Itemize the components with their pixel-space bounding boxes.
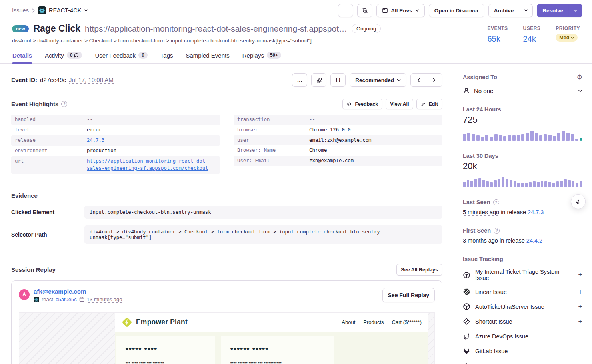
priority-stat: PRIORITY Med — [556, 26, 580, 44]
event-more-button[interactable]: … — [292, 73, 307, 87]
next-event-button[interactable] — [426, 73, 442, 87]
tab-sampled-events[interactable]: Sampled Events — [186, 48, 230, 63]
tracking-label[interactable]: Azure DevOps Issue — [475, 333, 528, 340]
highlight-row: levelerror — [11, 125, 220, 135]
chevron-down-icon — [578, 90, 582, 92]
activity-count-badge: 0 — [67, 52, 82, 59]
tracking-item: GitLab Issue — [463, 347, 582, 355]
sparkline-bar — [490, 182, 493, 187]
sparkline-bar — [552, 183, 555, 187]
event-id-row: Event ID: d27ce49c Jul 17, 10:08 AM — [11, 76, 114, 84]
sparkline-bar — [575, 139, 578, 141]
sparkline-bar — [535, 133, 538, 141]
megaphone-icon — [575, 199, 582, 205]
add-issue-link-button[interactable]: + — [578, 303, 582, 310]
sparkline-bar — [517, 135, 520, 141]
help-icon[interactable]: ? — [494, 228, 500, 234]
replay-project-name: react — [42, 296, 53, 302]
release-link[interactable]: 24.7.3 — [87, 137, 104, 145]
tab-details[interactable]: Details — [12, 48, 32, 63]
replay-id-link[interactable]: c5af0e5c — [56, 296, 77, 302]
evidence-row: Clicked Element input.complete-checkout-… — [11, 206, 442, 219]
archive-dropdown-button[interactable] — [519, 4, 533, 17]
sparkline-bar — [544, 181, 547, 187]
event-sort-recommended-button[interactable]: Recommended — [350, 73, 406, 87]
sparkline-bar — [539, 135, 542, 141]
replay-viewport[interactable]: Empower Plant About Products Cart ($****… — [19, 312, 435, 364]
tracking-label[interactable]: My Internal Ticket Triage System Issue — [475, 269, 573, 281]
events-count[interactable]: 65k — [487, 34, 508, 44]
highlights-table-right: transaction-- browserChrome 126.0.0 user… — [234, 115, 442, 174]
priority-value: Med — [559, 35, 569, 40]
see-full-replay-button[interactable]: See Full Replay — [382, 288, 435, 302]
issue-tracking-title: Issue Tracking — [463, 256, 582, 262]
previous-event-button[interactable] — [410, 73, 426, 87]
chevron-down-icon — [571, 37, 574, 39]
tracking-label[interactable]: Jira Issue — [474, 363, 499, 364]
help-icon[interactable]: ? — [61, 101, 67, 107]
tab-user-feedback[interactable]: User Feedback 0 — [94, 48, 148, 63]
help-icon[interactable]: ? — [493, 199, 499, 205]
gear-icon[interactable]: ⚙ — [577, 74, 582, 80]
url-link[interactable]: https://application-monitoring-react-dot… — [87, 158, 216, 172]
see-all-replays-button[interactable]: See All Replays — [396, 264, 442, 276]
breadcrumb-issues-link[interactable]: Issues — [12, 7, 29, 14]
sparkline-bar — [494, 180, 497, 187]
add-issue-link-button[interactable]: + — [578, 318, 582, 325]
tab-replays[interactable]: Replays 50+ — [242, 48, 282, 63]
tab-tags[interactable]: Tags — [160, 48, 174, 63]
sparkline-bar — [537, 182, 540, 187]
tracking-label[interactable]: AutoTicketJiraServer Issue — [475, 304, 544, 310]
tab-activity[interactable]: Activity 0 — [44, 48, 82, 63]
view-all-button[interactable]: View All — [386, 99, 413, 109]
braces-icon: {} — [335, 77, 341, 83]
add-issue-link-button[interactable]: + — [578, 271, 582, 278]
sparkline-bar — [566, 133, 569, 141]
evidence-row: Selector Path div#root > div#body-contai… — [11, 225, 442, 244]
event-attachments-button[interactable] — [311, 73, 326, 87]
sparkline-bar — [521, 134, 524, 141]
event-highlights-title: Event Highlights — [11, 101, 58, 107]
sparkline-bar — [510, 180, 512, 187]
first-seen-time[interactable]: 3 months ago — [463, 237, 498, 244]
replay-time-ago[interactable]: 13 minutes ago — [87, 296, 122, 303]
events-sparkline-30d — [463, 175, 582, 187]
project-name: REACT-4CK — [49, 7, 81, 14]
react-project-icon — [34, 297, 39, 302]
sparkline-bar — [568, 180, 571, 187]
events-sparkline-24h — [463, 129, 582, 141]
priority-selector[interactable]: Med — [556, 34, 578, 42]
users-stat: USERS 24k — [523, 26, 540, 44]
project-selector[interactable]: REACT-4CK — [38, 6, 88, 14]
last-seen-time[interactable]: 5 minutes ago — [463, 209, 499, 216]
sparkline-bar — [525, 183, 528, 187]
tracking-label[interactable]: Shortcut Issue — [475, 318, 512, 325]
assignee-selector[interactable]: No one — [463, 87, 582, 94]
jira-icon — [463, 362, 470, 364]
ticket-wheel-icon — [463, 303, 470, 310]
highlight-row: environmentproduction — [11, 146, 220, 156]
event-json-button[interactable]: {} — [330, 73, 346, 87]
first-seen-release-link[interactable]: 24.4.2 — [526, 237, 542, 244]
last-seen-release-link[interactable]: 24.7.3 — [528, 209, 544, 215]
tracking-label[interactable]: Linear Issue — [475, 289, 507, 295]
feedback-label: Feedback — [355, 101, 378, 107]
more-actions-button[interactable]: … — [338, 4, 353, 17]
add-issue-link-button[interactable]: + — [578, 288, 582, 296]
archive-button[interactable]: Archive — [488, 4, 520, 17]
sparkline-bar — [521, 183, 524, 187]
feedback-button[interactable]: Feedback — [342, 99, 382, 109]
floating-feedback-button[interactable] — [571, 194, 586, 209]
replay-user-link[interactable]: afk@example.com — [34, 288, 122, 295]
resolve-dropdown-button[interactable] — [569, 4, 582, 17]
mute-alerts-button[interactable] — [357, 4, 372, 17]
event-timestamp[interactable]: Jul 17, 10:08 AM — [69, 76, 114, 84]
users-count[interactable]: 24k — [523, 34, 540, 44]
edit-highlights-button[interactable]: Edit — [416, 99, 442, 109]
open-in-discover-button[interactable]: Open in Discover — [429, 4, 484, 17]
top-bar: Issues REACT-4CK … All Envs — [0, 0, 592, 21]
tracking-label[interactable]: GitLab Issue — [475, 348, 508, 354]
environment-filter-button[interactable]: All Envs — [376, 4, 424, 17]
resolve-button[interactable]: Resolve — [537, 4, 569, 17]
sparkline-bar — [474, 179, 477, 187]
